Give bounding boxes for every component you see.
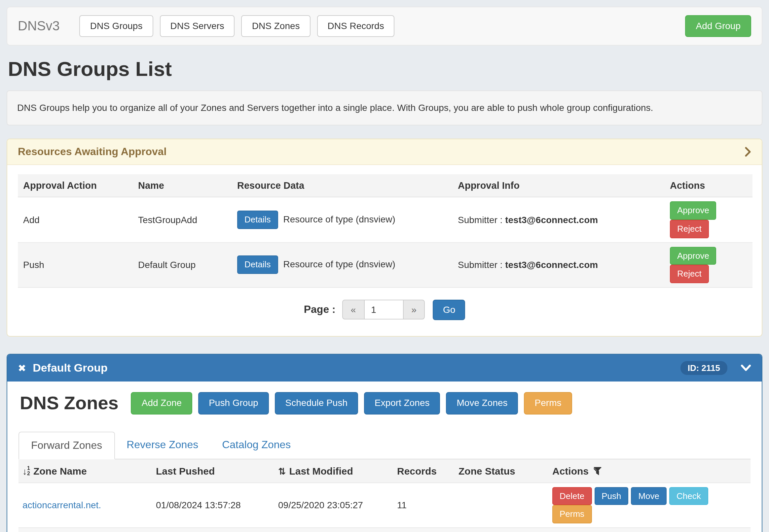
records-cell: 12 bbox=[393, 527, 454, 532]
pagination: Page : « » Go bbox=[18, 288, 751, 336]
approval-info-cell: Submitter : test3@6connect.com bbox=[452, 242, 665, 287]
page-input-group: « » bbox=[342, 300, 425, 320]
last-pushed-cell: 01/08/2024 13:57:28 bbox=[152, 527, 274, 532]
move-zones-button[interactable]: Move Zones bbox=[446, 392, 518, 414]
submitter-label: Submitter : bbox=[458, 215, 502, 225]
col-last-pushed: Last Pushed bbox=[152, 459, 274, 482]
page-title: DNS Groups List bbox=[8, 58, 761, 82]
page-prev-button[interactable]: « bbox=[342, 300, 365, 320]
add-zone-button[interactable]: Add Zone bbox=[131, 392, 192, 414]
col-actions: Actions bbox=[665, 175, 752, 197]
nav-dns-servers-button[interactable]: DNS Servers bbox=[159, 15, 235, 37]
check-button[interactable]: Check bbox=[669, 487, 708, 505]
last-pushed-cell: 01/08/2024 13:57:28 bbox=[152, 482, 274, 527]
zones-tabs: Forward Zones Reverse Zones Catalog Zone… bbox=[18, 431, 751, 459]
nav-dns-groups-button[interactable]: DNS Groups bbox=[80, 15, 153, 37]
zone-link[interactable]: actioncarrental.net. bbox=[22, 500, 101, 510]
sort-icon[interactable]: ⇅ bbox=[278, 466, 286, 476]
col-resource-data: Resource Data bbox=[232, 175, 452, 197]
approval-resource-cell: DetailsResource of type (dnsview) bbox=[232, 242, 452, 287]
zone-row: actioncarrental.net. 01/08/2024 13:57:28… bbox=[18, 482, 751, 527]
last-modified-cell: 07/24/2017 20:04:06 bbox=[274, 527, 393, 532]
top-toolbar: DNSv3 DNS Groups DNS Servers DNS Zones D… bbox=[7, 7, 762, 46]
move-button[interactable]: Move bbox=[631, 487, 667, 505]
zone-row: alarmsupply.net. 01/08/2024 13:57:28 07/… bbox=[18, 527, 751, 532]
approval-resource-cell: DetailsResource of type (dnsview) bbox=[232, 197, 452, 242]
approval-actions-cell: ApproveReject bbox=[665, 197, 752, 242]
approval-action-cell: Push bbox=[18, 242, 133, 287]
zones-table: ↓12Zone Name Last Pushed ⇅Last Modified … bbox=[18, 459, 751, 532]
submitter-email: test3@6connect.com bbox=[505, 215, 598, 225]
push-group-button[interactable]: Push Group bbox=[198, 392, 269, 414]
zones-section-title: DNS Zones bbox=[20, 393, 118, 414]
sort-arrow: ↓ bbox=[22, 466, 27, 476]
col-zone-name: ↓12Zone Name bbox=[18, 459, 152, 482]
chevron-right-icon[interactable] bbox=[745, 147, 751, 157]
page-next-button[interactable]: » bbox=[403, 300, 425, 320]
zones-toolbar: DNS Zones Add Zone Push Group Schedule P… bbox=[18, 392, 751, 414]
tab-reverse-zones[interactable]: Reverse Zones bbox=[115, 431, 210, 458]
page-label: Page : bbox=[304, 304, 336, 316]
approval-table: Approval Action Name Resource Data Appro… bbox=[18, 175, 752, 288]
perms-button[interactable]: Perms bbox=[524, 392, 572, 414]
sort-num-2: 2 bbox=[27, 471, 30, 476]
page-description: DNS Groups help you to organize all of y… bbox=[7, 91, 762, 126]
zone-actions-cell: DeletePushMoveCheckPerms bbox=[548, 482, 751, 527]
zone-status-cell bbox=[454, 527, 548, 532]
submitter-email: test3@6connect.com bbox=[505, 259, 598, 270]
reject-button[interactable]: Reject bbox=[670, 220, 709, 238]
resource-description: Resource of type (dnsview) bbox=[284, 214, 395, 224]
tab-forward-zones[interactable]: Forward Zones bbox=[18, 431, 115, 459]
approval-panel-header[interactable]: Resources Awaiting Approval bbox=[7, 140, 762, 165]
approval-row: Push Default Group DetailsResource of ty… bbox=[18, 242, 752, 287]
nav-dns-records-button[interactable]: DNS Records bbox=[317, 15, 395, 37]
reject-button[interactable]: Reject bbox=[670, 265, 709, 283]
close-icon[interactable]: ✖ bbox=[18, 362, 26, 374]
approve-button[interactable]: Approve bbox=[670, 202, 717, 220]
details-button[interactable]: Details bbox=[237, 256, 278, 274]
sort-num-1: 1 bbox=[27, 466, 30, 471]
col-zone-name-label: Zone Name bbox=[33, 465, 87, 476]
export-zones-button[interactable]: Export Zones bbox=[364, 392, 440, 414]
approval-action-cell: Add bbox=[18, 197, 133, 242]
tab-catalog-zones[interactable]: Catalog Zones bbox=[210, 431, 303, 458]
col-last-modified-label: Last Modified bbox=[289, 465, 353, 476]
approval-name-cell: Default Group bbox=[133, 242, 232, 287]
page-go-button[interactable]: Go bbox=[433, 300, 465, 320]
group-panel-title: Default Group bbox=[33, 361, 108, 375]
zones-table-header-row: ↓12Zone Name Last Pushed ⇅Last Modified … bbox=[18, 459, 751, 482]
col-approval-info: Approval Info bbox=[452, 175, 665, 197]
col-name: Name bbox=[133, 175, 232, 197]
records-cell: 11 bbox=[393, 482, 454, 527]
col-actions-label: Actions bbox=[552, 465, 589, 476]
approval-panel: Resources Awaiting Approval Approval Act… bbox=[7, 139, 762, 337]
delete-button[interactable]: Delete bbox=[552, 487, 592, 505]
approve-button[interactable]: Approve bbox=[670, 247, 717, 265]
perms-row-button[interactable]: Perms bbox=[552, 505, 592, 523]
approval-info-cell: Submitter : test3@6connect.com bbox=[452, 197, 665, 242]
page-input[interactable] bbox=[364, 300, 403, 320]
col-last-modified: ⇅Last Modified bbox=[274, 459, 393, 482]
group-panel: ✖ Default Group ID: 2115 DNS Zones Add Z… bbox=[7, 354, 762, 532]
add-group-button[interactable]: Add Group bbox=[685, 15, 751, 37]
approval-table-header-row: Approval Action Name Resource Data Appro… bbox=[18, 175, 752, 197]
col-zone-actions: Actions bbox=[548, 459, 751, 482]
zone-name-cell: actioncarrental.net. bbox=[18, 482, 152, 527]
push-button[interactable]: Push bbox=[594, 487, 628, 505]
app-brand: DNSv3 bbox=[18, 18, 60, 34]
filter-icon[interactable] bbox=[593, 466, 602, 475]
approval-name-cell: TestGroupAdd bbox=[133, 197, 232, 242]
schedule-push-button[interactable]: Schedule Push bbox=[275, 392, 358, 414]
chevron-down-icon[interactable] bbox=[741, 364, 751, 372]
zone-actions-cell: DeletePushMoveCheckPerms bbox=[548, 527, 751, 532]
col-zone-status: Zone Status bbox=[454, 459, 548, 482]
sort-numeric-icon[interactable]: ↓12 bbox=[22, 466, 30, 476]
zone-name-cell: alarmsupply.net. bbox=[18, 527, 152, 532]
resource-description: Resource of type (dnsview) bbox=[284, 259, 395, 270]
details-button[interactable]: Details bbox=[237, 211, 278, 229]
submitter-label: Submitter : bbox=[458, 259, 502, 270]
group-panel-header[interactable]: ✖ Default Group ID: 2115 bbox=[7, 354, 762, 382]
zone-status-cell bbox=[454, 482, 548, 527]
approval-panel-title: Resources Awaiting Approval bbox=[18, 146, 167, 158]
nav-dns-zones-button[interactable]: DNS Zones bbox=[242, 15, 311, 37]
